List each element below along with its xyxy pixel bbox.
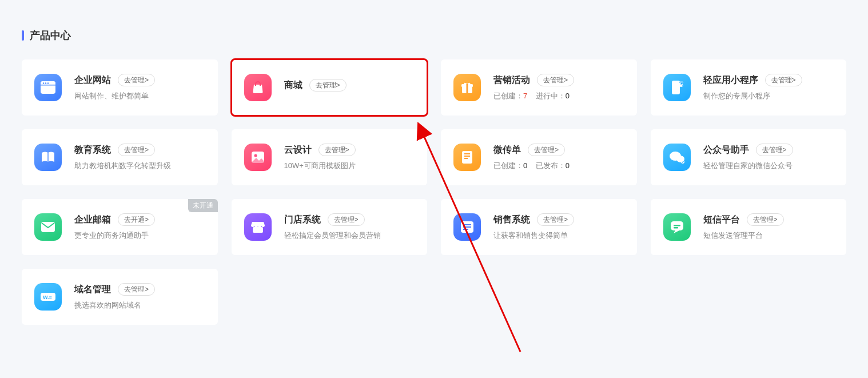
inprogress-label: 进行中： (536, 91, 566, 100)
manage-button[interactable]: 去管理> (528, 144, 565, 156)
card-wechat[interactable]: 公众号助手 去管理> 轻松管理自家的微信公众号 (651, 129, 847, 185)
card-desc: 网站制作、维护都简单 (74, 91, 205, 101)
svg-rect-8 (467, 84, 468, 93)
card-title: 教育系统 (74, 144, 111, 156)
phone-app-icon (663, 74, 691, 101)
created-count: 7 (523, 91, 527, 100)
card-stats: 已创建：7 进行中：0 (493, 91, 624, 101)
card-website[interactable]: 企业网站 去管理> 网站制作、维护都简单 (22, 59, 218, 116)
svg-point-3 (43, 82, 44, 83)
product-grid: 企业网站 去管理> 网站制作、维护都简单 商城 去管理> (22, 59, 846, 325)
manage-button[interactable]: 去管理> (118, 74, 155, 86)
svg-rect-22 (253, 227, 263, 233)
book-icon (34, 144, 62, 171)
card-desc: 助力教培机构数字化转型升级 (74, 161, 205, 171)
card-stats: 已创建：0 已发布：0 (493, 161, 624, 171)
svg-rect-17 (464, 158, 468, 159)
svg-rect-25 (463, 226, 471, 228)
manage-button[interactable]: 去管理> (309, 79, 347, 91)
card-sales[interactable]: 销售系统 去管理> 让获客和销售变得简单 (441, 199, 637, 255)
manage-button[interactable]: 去管理> (537, 213, 574, 226)
manage-button[interactable]: 去管理> (318, 144, 356, 156)
section-header: 产品中心 (22, 29, 846, 42)
manage-button[interactable]: 去管理> (118, 283, 155, 296)
card-desc: 挑选喜欢的网站域名 (74, 300, 205, 311)
card-title: 轻应用小程序 (703, 74, 758, 86)
card-desc: 更专业的商务沟通助手 (74, 230, 205, 241)
published-count: 0 (566, 161, 570, 170)
card-marketing[interactable]: 营销活动 去管理> 已创建：7 进行中：0 (441, 59, 637, 116)
card-mall[interactable]: 商城 去管理> (232, 59, 428, 116)
created-label: 已创建： (493, 161, 523, 170)
svg-point-5 (47, 82, 49, 83)
shopping-bag-icon (244, 74, 272, 101)
card-edu[interactable]: 教育系统 去管理> 助力教培机构数字化转型升级 (22, 129, 218, 185)
card-title: 营销活动 (493, 74, 530, 86)
card-title: 商城 (284, 79, 302, 91)
manage-button[interactable]: 去管理> (756, 144, 793, 156)
svg-rect-16 (464, 156, 470, 157)
card-title: 销售系统 (493, 214, 530, 226)
card-miniapp[interactable]: 轻应用小程序 去管理> 制作您的专属小程序 (651, 59, 847, 116)
manage-button[interactable]: 去管理> (328, 213, 365, 226)
title-accent-bar (22, 30, 24, 41)
svg-rect-2 (41, 85, 55, 86)
svg-rect-24 (463, 224, 471, 225)
card-title: 企业网站 (74, 74, 111, 86)
store-icon (244, 213, 272, 241)
card-title: 短信平台 (703, 214, 740, 226)
card-desc: 轻松管理自家的微信公众号 (703, 161, 834, 171)
image-icon (244, 144, 272, 171)
card-title: 企业邮箱 (74, 214, 111, 226)
svg-rect-15 (464, 153, 470, 154)
card-design[interactable]: 云设计 去管理> 10W+可商用模板图片 (232, 129, 428, 185)
svg-point-13 (254, 154, 257, 157)
envelope-icon (34, 213, 62, 241)
card-desc: 让获客和销售变得简单 (493, 230, 624, 241)
card-desc: 短信发送管理平台 (703, 230, 834, 241)
list-icon (453, 213, 481, 241)
inprogress-count: 0 (566, 91, 570, 100)
domain-icon: W.≡ (34, 283, 62, 311)
card-sms[interactable]: 短信平台 去管理> 短信发送管理平台 (651, 199, 847, 255)
section-title: 产品中心 (30, 29, 71, 42)
svg-rect-14 (462, 151, 472, 164)
manage-button[interactable]: 去管理> (765, 74, 802, 86)
svg-text:W.≡: W.≡ (43, 295, 52, 300)
card-title: 云设计 (284, 144, 312, 156)
card-title: 公众号助手 (703, 144, 749, 156)
created-label: 已创建： (493, 91, 523, 100)
card-flyer[interactable]: 微传单 去管理> 已创建：0 已发布：0 (441, 129, 637, 185)
card-email[interactable]: 未开通 企业邮箱 去开通> 更专业的商务沟通助手 (22, 199, 218, 255)
svg-rect-26 (463, 229, 468, 230)
card-title: 域名管理 (74, 284, 111, 296)
card-store[interactable]: 门店系统 去管理> 轻松搞定会员管理和会员营销 (232, 199, 428, 255)
created-count: 0 (523, 161, 527, 170)
svg-rect-29 (674, 227, 678, 229)
card-title: 门店系统 (284, 214, 321, 226)
chat-icon (663, 213, 691, 241)
published-label: 已发布： (536, 161, 566, 170)
not-activated-badge: 未开通 (188, 199, 218, 212)
wechat-icon (663, 144, 691, 171)
window-icon (34, 74, 62, 101)
svg-point-4 (45, 82, 46, 83)
svg-rect-28 (674, 225, 680, 226)
gift-icon (453, 74, 481, 101)
card-desc: 10W+可商用模板图片 (284, 161, 415, 171)
manage-button[interactable]: 去管理> (118, 144, 155, 156)
activate-button[interactable]: 去开通> (118, 213, 155, 226)
card-desc: 轻松搞定会员管理和会员营销 (284, 230, 415, 241)
manage-button[interactable]: 去管理> (537, 74, 574, 86)
card-domain[interactable]: W.≡ 域名管理 去管理> 挑选喜欢的网站域名 (22, 269, 218, 325)
card-desc: 制作您的专属小程序 (703, 91, 834, 101)
manage-button[interactable]: 去管理> (747, 213, 784, 226)
card-title: 微传单 (493, 144, 521, 156)
flyer-icon (453, 144, 481, 171)
